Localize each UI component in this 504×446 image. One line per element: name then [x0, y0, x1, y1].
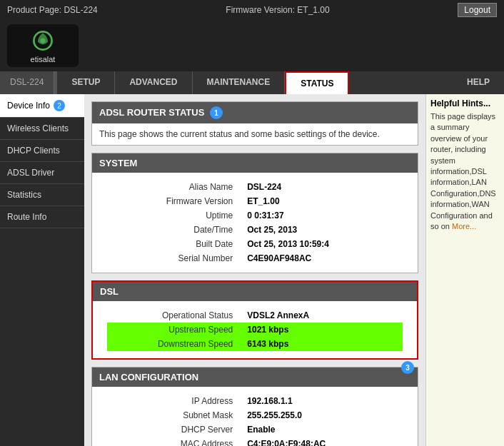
table-row: IP Address 192.168.1.1: [106, 394, 403, 408]
upstream-label: Upstream Speed: [107, 323, 240, 337]
lan-section: LAN CONFIGURATION IP Address 192.168.1.1…: [91, 367, 418, 446]
datetime-value: Oct 25, 2013: [240, 223, 403, 237]
logo-area: etisalat: [0, 20, 504, 71]
uptime-label: Uptime: [106, 208, 240, 223]
sidebar-item-device-info[interactable]: Device Info 2: [0, 94, 84, 118]
mac-value: C4:E9:0A:F9:48:AC: [240, 437, 403, 446]
dhcp-value: Enable: [240, 422, 403, 437]
mac-label: MAC Address: [106, 437, 240, 446]
table-row: MAC Address C4:E9:0A:F9:48:AC: [106, 437, 403, 446]
tab-status[interactable]: STATUS: [285, 71, 349, 94]
table-row: Upstream Speed 1021 kbps: [107, 323, 403, 337]
built-date-label: Built Date: [106, 237, 240, 251]
help-text: This page displays a summary overview of…: [430, 111, 500, 232]
dhcp-label: DHCP Server: [106, 422, 240, 437]
table-row: Downstream Speed 6143 kbps: [107, 337, 403, 351]
adsl-status-desc: This page shows the current status and s…: [92, 123, 418, 145]
dsl-header: DSL: [93, 282, 417, 301]
adsl-status-section: ADSL ROUTER STATUS 1 This page shows the…: [91, 101, 418, 146]
logo-box: etisalat: [7, 24, 79, 67]
logout-button[interactable]: Logout: [458, 3, 497, 17]
lan-header: LAN CONFIGURATION: [92, 368, 418, 387]
table-row: Date/Time Oct 25, 2013: [106, 223, 403, 237]
tab-advanced[interactable]: ADVANCED: [115, 71, 192, 94]
dsl-section: DSL Operational Status VDSL2 AnnexA Upst…: [91, 280, 418, 360]
uptime-value: 0 0:31:37: [240, 208, 403, 223]
system-section: SYSTEM Alias Name DSL-224 Firmware Versi…: [91, 153, 418, 273]
product-label: Product Page: DSL-224: [7, 5, 98, 15]
help-panel: Helpful Hints... This page displays a su…: [425, 94, 504, 446]
op-status-label: Operational Status: [107, 308, 240, 323]
sidebar-item-wireless-clients[interactable]: Wireless Clients: [0, 118, 84, 140]
downstream-value: 6143 kbps: [240, 337, 403, 351]
sidebar-label-adsl-driver: ADSL Driver: [7, 168, 54, 178]
sidebar-item-route-info[interactable]: Route Info: [0, 206, 84, 228]
subnet-value: 255.255.255.0: [240, 408, 403, 422]
adsl-status-header: ADSL ROUTER STATUS 1: [92, 102, 418, 123]
adsl-badge: 1: [210, 106, 223, 119]
brand-name: etisalat: [31, 55, 56, 64]
serial-label: Serial Number: [106, 251, 240, 265]
op-status-value: VDSL2 AnnexA: [240, 308, 403, 323]
ip-label: IP Address: [106, 394, 240, 408]
alias-value: DSL-224: [240, 180, 403, 194]
table-row: DHCP Server Enable: [106, 422, 403, 437]
firmware-label: Firmware Version: [106, 194, 240, 208]
main-layout: Device Info 2 Wireless Clients DHCP Clie…: [0, 94, 504, 446]
page-wrapper: Product Page: DSL-224 Firmware Version: …: [0, 0, 504, 446]
sidebar-label-wireless-clients: Wireless Clients: [7, 123, 69, 133]
table-row: Subnet Mask 255.255.255.0: [106, 408, 403, 422]
help-more-link[interactable]: More...: [452, 222, 476, 230]
lan-title: LAN CONFIGURATION: [99, 372, 198, 382]
table-row: Built Date Oct 25, 2013 10:59:4: [106, 237, 403, 251]
sidebar-item-statistics[interactable]: Statistics: [0, 184, 84, 206]
table-row: Alias Name DSL-224: [106, 180, 403, 194]
etisalat-logo-icon: [30, 28, 56, 54]
sidebar: Device Info 2 Wireless Clients DHCP Clie…: [0, 94, 84, 446]
sidebar-label-dhcp-clients: DHCP Clients: [7, 146, 60, 156]
dsl-badge: 3: [401, 361, 414, 374]
table-row: Serial Number C4E90AF948AC: [106, 251, 403, 265]
sidebar-item-adsl-driver[interactable]: ADSL Driver: [0, 162, 84, 184]
alias-label: Alias Name: [106, 180, 240, 194]
top-bar: Product Page: DSL-224 Firmware Version: …: [0, 0, 504, 20]
svg-point-1: [40, 38, 45, 43]
nav-dsl224[interactable]: DSL-224: [0, 71, 54, 94]
firmware-value: ET_1.00: [240, 194, 403, 208]
sidebar-label-device-info: Device Info: [7, 101, 50, 111]
system-title: SYSTEM: [99, 158, 137, 168]
nav-row: DSL-224 SETUP ADVANCED MAINTENANCE STATU…: [0, 71, 504, 94]
serial-value: C4E90AF948AC: [240, 251, 403, 265]
dsl-title: DSL: [100, 286, 119, 297]
built-date-value: Oct 25, 2013 10:59:4: [240, 237, 403, 251]
datetime-label: Date/Time: [106, 223, 240, 237]
sidebar-label-route-info: Route Info: [7, 212, 46, 222]
tab-help[interactable]: HELP: [453, 71, 504, 94]
system-content: Alias Name DSL-224 Firmware Version ET_1…: [92, 173, 418, 273]
downstream-label: Downstream Speed: [107, 337, 240, 351]
system-header: SYSTEM: [92, 153, 418, 173]
ip-value: 192.168.1.1: [240, 394, 403, 408]
system-table: Alias Name DSL-224 Firmware Version ET_1…: [106, 180, 403, 265]
content-area: ADSL ROUTER STATUS 1 This page shows the…: [84, 94, 425, 446]
dsl-table: Operational Status VDSL2 AnnexA Upstream…: [107, 308, 403, 351]
tab-maintenance[interactable]: MAINTENANCE: [193, 71, 286, 94]
table-row: Uptime 0 0:31:37: [106, 208, 403, 223]
dsl-content: Operational Status VDSL2 AnnexA Upstream…: [93, 301, 417, 358]
lan-content: IP Address 192.168.1.1 Subnet Mask 255.2…: [92, 387, 418, 446]
firmware-label: Firmware Version: ET_1.00: [226, 5, 329, 15]
table-row: Firmware Version ET_1.00: [106, 194, 403, 208]
sidebar-item-dhcp-clients[interactable]: DHCP Clients: [0, 140, 84, 162]
tab-setup[interactable]: SETUP: [57, 71, 115, 94]
lan-table: IP Address 192.168.1.1 Subnet Mask 255.2…: [106, 394, 403, 446]
subnet-label: Subnet Mask: [106, 408, 240, 422]
help-title: Helpful Hints...: [430, 98, 500, 108]
adsl-status-title: ADSL ROUTER STATUS: [99, 107, 204, 118]
sidebar-label-statistics: Statistics: [7, 190, 41, 200]
table-row: Operational Status VDSL2 AnnexA: [107, 308, 403, 323]
device-info-badge: 2: [54, 100, 65, 111]
upstream-value: 1021 kbps: [240, 323, 403, 337]
